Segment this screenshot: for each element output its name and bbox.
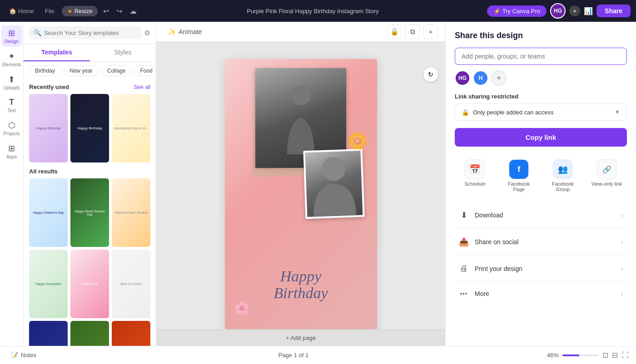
view-only-icon: 🔗 (597, 159, 617, 179)
collaborators-row: HG H + (455, 70, 627, 86)
sidebar-item-elements[interactable]: ✦ Elements (1, 49, 22, 70)
template-recent-3[interactable]: International Day of ch... (112, 94, 150, 162)
sidebar-item-projects[interactable]: ⬡ Projects (1, 118, 22, 139)
apps-icon: ⊞ (8, 143, 15, 153)
tag-newyear[interactable]: New year (64, 65, 99, 76)
notes-icon: 📝 (11, 352, 18, 359)
template-item[interactable]: Happy Farmers Day (112, 321, 150, 346)
add-page-button[interactable]: + (423, 25, 438, 39)
template-item[interactable]: Online Learning Course (29, 321, 68, 346)
template-item[interactable]: You Don't Have to Live on the Streets... (70, 321, 109, 346)
schedule-share-button[interactable]: 📅 Schedule (455, 156, 495, 196)
tab-templates[interactable]: Templates (24, 44, 90, 61)
zoom-slider[interactable] (562, 354, 599, 356)
link-access-text: Only people added can access (473, 109, 611, 116)
redo-button[interactable]: ↪ (114, 5, 124, 17)
template-item[interactable]: Happy Children's Day (29, 178, 68, 247)
template-item[interactable]: Back to School (112, 250, 150, 318)
search-input[interactable] (44, 30, 137, 36)
divider (455, 255, 627, 256)
download-option[interactable]: ⬇ Download › (455, 205, 627, 226)
small-photo-frame (303, 148, 364, 218)
recently-used-title: Recently used (29, 84, 69, 90)
tag-food[interactable]: Food (134, 65, 156, 76)
birthday-text: Birthday (234, 285, 368, 301)
tab-styles[interactable]: Styles (90, 44, 156, 61)
template-item[interactable]: Welcome Back Student (112, 178, 150, 247)
canvas-toolbar: ✨ Animate 🔒 ⧉ + (156, 22, 445, 42)
lock-canvas-button[interactable]: 🔒 (387, 25, 402, 39)
duplicate-canvas-button[interactable]: ⧉ (405, 25, 420, 39)
file-button[interactable]: File (41, 6, 58, 16)
print-option[interactable]: 🖨 Print your design › (455, 258, 627, 279)
animate-button[interactable]: ✨ Animate (164, 26, 206, 37)
filter-icon[interactable]: ⚙ (144, 29, 150, 37)
home-button[interactable]: 🏠 Home (5, 6, 38, 16)
share-options-list: ⬇ Download › 📤 Share on social › 🖨 Print… (455, 205, 627, 303)
template-item[interactable]: Cool School (70, 250, 109, 318)
avatar-hg: HG (550, 3, 566, 19)
tag-collage[interactable]: Collage (101, 65, 132, 76)
tag-birthday[interactable]: Birthday (29, 65, 61, 76)
home-label: Home (18, 8, 34, 15)
facebook-page-label: Facebook Page (502, 181, 536, 192)
canvas-main: ↻ (156, 42, 445, 346)
more-label: More (475, 290, 616, 297)
design-canvas[interactable]: 🌼 Happy Birthday 🌸 (225, 59, 377, 329)
search-wrap: 🔍 (29, 26, 141, 39)
sidebar-item-apps[interactable]: ⊞ Apps (1, 141, 22, 162)
notes-button[interactable]: 📝 Notes (7, 350, 40, 360)
file-label: File (45, 8, 55, 15)
try-pro-button[interactable]: ⚡ Try Canva Pro (487, 5, 547, 17)
facebook-group-button[interactable]: 👥 Facebook Group (543, 156, 583, 196)
template-item[interactable]: Happy Graduation (29, 250, 68, 318)
share-button[interactable]: Share (596, 5, 631, 17)
link-access-dropdown[interactable]: 🔒 Only people added can access ▼ (455, 103, 627, 121)
lock-icon: 🔒 (462, 108, 469, 116)
text-label: Text (7, 108, 15, 113)
link-sharing-label: Link sharing restricted (455, 93, 627, 100)
print-icon: 🖨 (458, 264, 469, 273)
animate-label: Animate (179, 28, 202, 35)
facebook-group-label: Facebook Group (547, 181, 580, 192)
more-option[interactable]: ••• More › (455, 285, 627, 303)
elements-label: Elements (2, 62, 21, 67)
refresh-template-button[interactable]: ↻ (423, 67, 438, 82)
share-panel: Share this design HG H + Link sharing re… (445, 22, 636, 346)
zoom-area: 46% ⊡ ⊟ ⛶ (547, 351, 629, 359)
projects-icon: ⬡ (8, 120, 15, 130)
facebook-page-icon: f (509, 159, 529, 179)
share-social-option[interactable]: 📤 Share on social › (455, 231, 627, 252)
zoom-slider-fill (562, 354, 579, 356)
save-cloud-icon[interactable]: ☁ (128, 5, 139, 17)
download-chevron-icon: › (621, 212, 623, 219)
sidebar-item-uploads[interactable]: ⬆ Uploads (1, 72, 22, 93)
sidebar-item-design[interactable]: ⊞ Design (1, 25, 22, 47)
zoom-out-button[interactable]: ⊟ (612, 351, 618, 359)
add-person-button[interactable]: + (491, 70, 507, 86)
fit-to-screen-button[interactable]: ⊡ (602, 351, 608, 359)
copy-link-button[interactable]: Copy link (455, 128, 627, 147)
download-label: Download (475, 212, 616, 219)
template-item[interactable]: Happy World Teacher Day (70, 178, 109, 247)
facebook-page-button[interactable]: f Facebook Page (499, 156, 539, 196)
resize-button[interactable]: ★ Resize (62, 6, 98, 16)
add-collaborator-button[interactable]: + (569, 5, 580, 16)
add-page-button[interactable]: + Add page (156, 330, 445, 346)
fullscreen-button[interactable]: ⛶ (621, 351, 629, 359)
template-recent-2[interactable]: Happy Birthday (70, 94, 109, 162)
happy-birthday-text: Happy Birthday (234, 268, 368, 302)
sidebar-item-text[interactable]: T Text (1, 95, 22, 116)
template-recent-1[interactable]: Happy Birthday (29, 94, 68, 162)
view-only-link-button[interactable]: 🔗 View-only link (586, 156, 627, 196)
add-people-input[interactable] (455, 48, 627, 65)
undo-button[interactable]: ↩ (101, 5, 111, 17)
analytics-icon[interactable]: 📊 (584, 7, 593, 15)
schedule-icon: 📅 (465, 159, 485, 179)
home-icon: 🏠 (9, 8, 16, 15)
design-icon: ⊞ (8, 28, 15, 38)
see-all-link[interactable]: See all (134, 84, 150, 90)
print-label: Print your design (475, 265, 616, 272)
main-layout: ⊞ Design ✦ Elements ⬆ Uploads T Text ⬡ P… (0, 22, 636, 346)
recently-used-grid: Happy Birthday Happy Birthday Internatio… (29, 94, 150, 162)
